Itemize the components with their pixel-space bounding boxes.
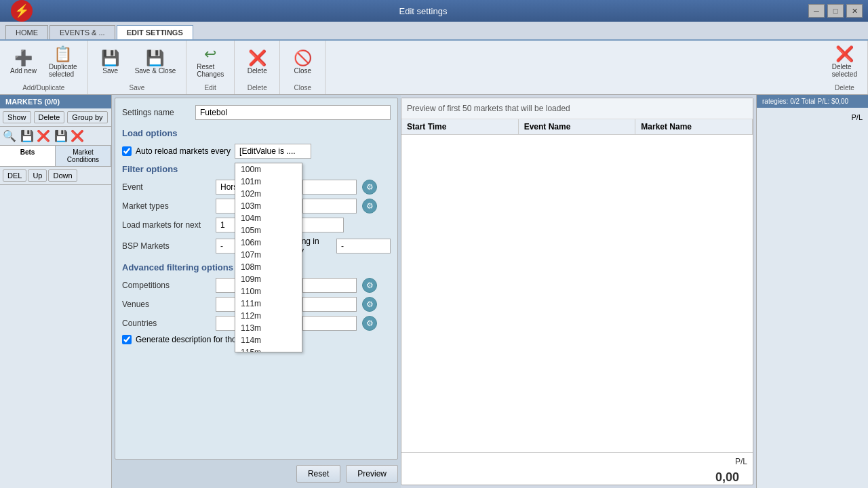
competitions-settings-icon[interactable]: ⚙ [362, 278, 377, 293]
sidebar-sub-toolbar: 🔍 💾 ❌ 💾 ❌ [0, 127, 111, 146]
market-types-settings-icon[interactable]: ⚙ [362, 199, 377, 214]
venues-label: Venues [122, 300, 210, 309]
dropdown-item-110m[interactable]: 110m [235, 285, 302, 298]
toolbar-group-delete-right: ❌ Deleteselected Delete [822, 41, 868, 94]
toolbar-right: ❌ Deleteselected Delete [822, 41, 868, 94]
sidebar-x2-icon[interactable]: ❌ [71, 129, 84, 142]
toolbar-group-add-duplicate: ➕ Add new 📋 Duplicateselected Add/Duplic… [0, 41, 88, 94]
dropdown-item-102m[interactable]: 102m [235, 188, 302, 200]
competitions-select[interactable] [302, 278, 357, 293]
dropdown-item-107m[interactable]: 107m [235, 249, 302, 261]
sidebar-disk2-icon[interactable]: 💾 [54, 129, 68, 142]
dropdown-item-106m[interactable]: 106m [235, 237, 302, 249]
save-close-label: Save & Close [135, 67, 176, 75]
sidebar-icon-group: 💾 ❌ [20, 129, 50, 142]
settings-name-label: Settings name [122, 108, 190, 117]
title-bar-left: ⚡ [5, 0, 38, 22]
toolbar-group-edit: ↩ ResetChanges Edit [186, 41, 235, 94]
toolbar-group-close: 🚫 Close Close [280, 41, 326, 94]
sidebar-delete-button[interactable]: Delete [34, 111, 65, 123]
countries-dropdown-wrapper [302, 316, 357, 331]
preview-button[interactable]: Preview [346, 465, 398, 483]
tab-edit-settings[interactable]: EDIT SETTINGS [117, 25, 193, 39]
save-close-button[interactable]: 💾 Save & Close [130, 47, 181, 78]
minimize-button[interactable]: ─ [808, 4, 825, 18]
reset-icon: ↩ [204, 47, 216, 62]
market-types-dropdown-wrapper [302, 199, 357, 214]
preview-pl-label: P/L [401, 452, 753, 470]
event-settings-icon[interactable]: ⚙ [362, 180, 377, 195]
reset-changes-button[interactable]: ↩ ResetChanges [192, 43, 229, 81]
dropdown-item-108m[interactable]: 108m [235, 261, 302, 273]
content-area: Settings name Load options Auto reload m… [112, 95, 401, 488]
preview-panel: Preview of first 50 markets that will be… [401, 98, 753, 485]
close-window-button[interactable]: ✕ [846, 4, 863, 18]
dropdown-item-103m[interactable]: 103m [235, 200, 302, 212]
going-in-play-select[interactable]: - [336, 239, 391, 253]
preview-pl-value: 0,00 [401, 470, 753, 485]
title-bar: ⚡ Edit settings ─ □ ✕ [0, 0, 868, 22]
duplicate-button[interactable]: 📋 Duplicateselected [44, 43, 82, 81]
countries-select[interactable] [302, 316, 357, 331]
dropdown-item-112m[interactable]: 112m [235, 310, 302, 322]
competitions-dropdown-wrapper [302, 278, 357, 293]
generate-desc-checkbox[interactable] [122, 335, 132, 344]
dropdown-item-113m[interactable]: 113m [235, 322, 302, 334]
del-button[interactable]: DEL [3, 169, 26, 182]
dropdown-item-109m[interactable]: 109m [235, 273, 302, 285]
venues-settings-icon[interactable]: ⚙ [362, 297, 377, 312]
maximize-button[interactable]: □ [827, 4, 844, 18]
duplicate-label: Duplicateselected [49, 63, 77, 78]
sidebar-disk-icon[interactable]: 💾 [20, 129, 34, 142]
dropdown-item-111m[interactable]: 111m [235, 298, 302, 310]
sidebar-show-button[interactable]: Show [3, 111, 31, 123]
tab-home[interactable]: HOME [5, 25, 48, 39]
dropdown-item-104m[interactable]: 104m [235, 212, 302, 224]
auto-reload-checkbox[interactable] [122, 146, 132, 156]
close-button[interactable]: 🚫 Close [285, 47, 319, 78]
down-button[interactable]: Down [48, 169, 77, 182]
sidebar-tab-bets[interactable]: Bets [0, 146, 56, 166]
settings-name-input[interactable] [195, 105, 391, 120]
event-select[interactable] [302, 180, 357, 195]
save-button[interactable]: 💾 Save [94, 47, 127, 78]
sidebar-x-icon[interactable]: ❌ [37, 129, 50, 142]
auto-reload-dropdown-wrapper: [EditValue is .... 100m 101m 102m 103m 1… [235, 144, 311, 159]
app-logo: ⚡ [11, 0, 33, 22]
dropdown-item-105m[interactable]: 105m [235, 224, 302, 237]
dropdown-item-114m[interactable]: 114m [235, 334, 302, 346]
dropdown-item-100m[interactable]: 100m [235, 163, 302, 176]
market-types-label: Market types [122, 201, 210, 211]
reset-button[interactable]: Reset [296, 465, 340, 483]
auto-reload-select[interactable]: [EditValue is .... [235, 144, 311, 159]
tab-events[interactable]: EVENTS & ... [50, 25, 115, 39]
market-types-select[interactable] [302, 199, 357, 214]
sidebar-tabs: Bets Market Conditions [0, 146, 111, 167]
dropdown-item-101m[interactable]: 101m [235, 176, 302, 188]
delete-icon: ❌ [248, 51, 267, 66]
sidebar-search-icon[interactable]: 🔍 [3, 129, 16, 142]
col-market-name: Market Name [635, 119, 753, 134]
competitions-label: Competitions [122, 281, 210, 290]
delete-group-label: Delete [248, 83, 267, 92]
add-new-button[interactable]: ➕ Add new [5, 47, 41, 78]
sidebar-tab-market-conditions[interactable]: Market Conditions [56, 146, 111, 166]
window-controls[interactable]: ─ □ ✕ [808, 4, 863, 18]
col-event-name: Event Name [519, 119, 636, 134]
delete-button[interactable]: ❌ Delete [240, 47, 274, 78]
countries-settings-icon[interactable]: ⚙ [362, 316, 377, 331]
sidebar: MARKETS (0/0) Show Delete Group by 🔍 💾 ❌… [0, 95, 112, 488]
sidebar-groupby-button[interactable]: Group by [67, 111, 107, 123]
delete-selected-button[interactable]: ❌ Deleteselected [827, 43, 862, 81]
venues-dropdown-wrapper [302, 297, 357, 312]
event-dropdown-wrapper [302, 180, 357, 195]
venues-select[interactable] [302, 297, 357, 312]
auto-reload-row: Auto reload markets every [EditValue is … [122, 144, 391, 159]
dropdown-popup[interactable]: 100m 101m 102m 103m 104m 105m 106m 107m … [235, 163, 302, 352]
window-title: Edit settings [38, 6, 808, 16]
add-new-label: Add new [10, 67, 37, 75]
dropdown-item-115m[interactable]: 115m [235, 346, 302, 352]
up-button[interactable]: Up [28, 169, 47, 182]
reset-changes-label: ResetChanges [197, 63, 224, 78]
event-label: Event [122, 182, 210, 192]
